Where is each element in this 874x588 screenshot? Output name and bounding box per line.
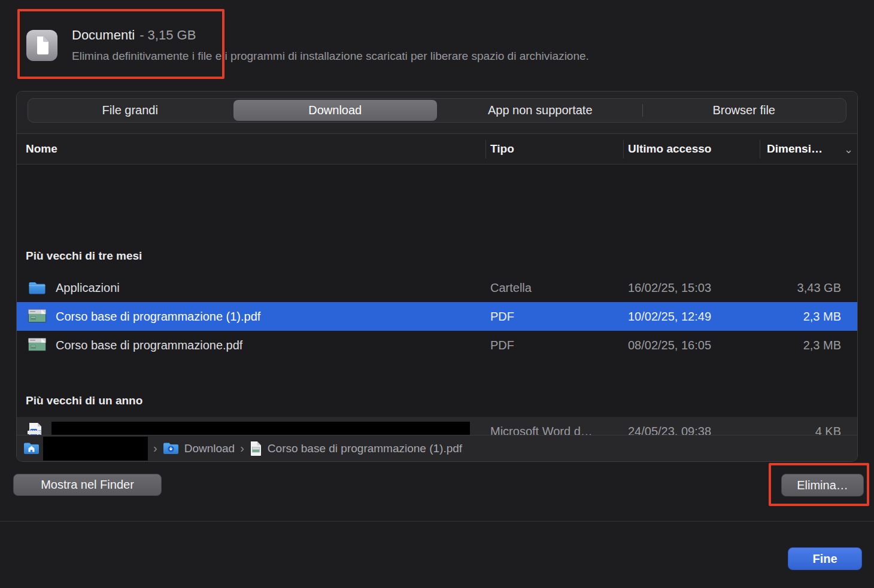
tab-bar: File grandi Download App non supportate … — [17, 92, 857, 133]
category-size: - 3,15 GB — [139, 28, 196, 42]
partially-visible-row-icon — [28, 431, 40, 434]
tab-browser-file[interactable]: Browser file — [642, 99, 846, 122]
file-type: PDF — [490, 339, 514, 352]
category-description: Elimina definitivamente i file e i progr… — [72, 50, 589, 63]
file-type: Cartella — [490, 281, 532, 295]
folder-icon — [28, 281, 46, 295]
file-name: Applicazioni — [56, 281, 120, 295]
breadcrumb-separator: › — [240, 441, 244, 455]
sort-chevron-icon[interactable]: ⌄ — [844, 143, 853, 156]
file-list: Più vecchi di tre mesi Applicazioni Cart… — [17, 164, 857, 435]
pdf-document-icon — [250, 441, 262, 456]
table-row-corso-pdf[interactable]: Corso base di programmazione.pdf PDF 08/… — [17, 331, 857, 359]
table-row-applicazioni[interactable]: Applicazioni Cartella 16/02/25, 15:03 3,… — [17, 273, 857, 302]
section-older-than-three-months: Più vecchi di tre mesi — [26, 249, 142, 263]
column-header-accessed[interactable]: Ultimo accesso — [628, 142, 711, 156]
documents-category-icon — [26, 30, 57, 61]
column-header-size[interactable]: Dimensi… — [767, 142, 823, 156]
file-size: 2,3 MB — [803, 339, 841, 352]
segmented-control: File grandi Download App non supportate … — [28, 98, 846, 123]
done-button[interactable]: Fine — [788, 547, 862, 570]
file-size: 3,43 GB — [797, 281, 841, 295]
table-column-header: Nome Tipo Ultimo accesso Dimensi… ⌄ — [17, 133, 857, 164]
tab-file-grandi[interactable]: File grandi — [28, 99, 232, 122]
column-divider — [485, 140, 486, 159]
file-name: Corso base di programmazione (1).pdf — [56, 310, 260, 324]
file-name: Corso base di programmazione.pdf — [56, 339, 242, 352]
table-row-corso-1-pdf[interactable]: Corso base di programmazione (1).pdf PDF… — [17, 302, 857, 331]
column-header-type[interactable]: Tipo — [490, 142, 514, 156]
column-divider — [623, 140, 624, 159]
file-type: PDF — [490, 310, 514, 324]
delete-button[interactable]: Elimina… — [781, 474, 864, 496]
file-accessed: 16/02/25, 15:03 — [628, 281, 711, 295]
home-folder-icon — [23, 441, 40, 455]
file-accessed: 10/02/25, 12:49 — [628, 310, 711, 324]
pdf-file-icon — [28, 338, 46, 351]
file-size: 2,3 MB — [803, 310, 841, 324]
category-title: Documenti- 3,15 GB — [72, 28, 196, 43]
breadcrumb-separator: › — [153, 441, 157, 455]
breadcrumb-file: Corso base di programmazione (1).pdf — [268, 442, 462, 455]
category-name: Documenti — [72, 28, 135, 42]
tab-app-non-supportate[interactable]: App non supportate — [438, 99, 642, 122]
file-accessed: 08/02/25, 16:05 — [628, 339, 711, 352]
pdf-file-icon — [28, 309, 46, 322]
column-header-name[interactable]: Nome — [26, 142, 57, 156]
storage-management-window: Documenti- 3,15 GB Elimina definitivamen… — [0, 0, 874, 588]
download-folder-icon — [163, 441, 179, 455]
section-older-than-one-year: Più vecchi di un anno — [26, 394, 142, 407]
tab-download[interactable]: Download — [233, 100, 438, 121]
breadcrumb-download: Download — [184, 442, 235, 455]
breadcrumb: › Download › Corso base di programmazion… — [17, 435, 857, 461]
file-browser-panel: File grandi Download App non supportate … — [16, 91, 858, 462]
footer-divider — [0, 521, 874, 522]
redacted-user-folder — [43, 437, 148, 461]
show-in-finder-button[interactable]: Mostra nel Finder — [13, 474, 162, 496]
column-divider — [760, 140, 760, 159]
